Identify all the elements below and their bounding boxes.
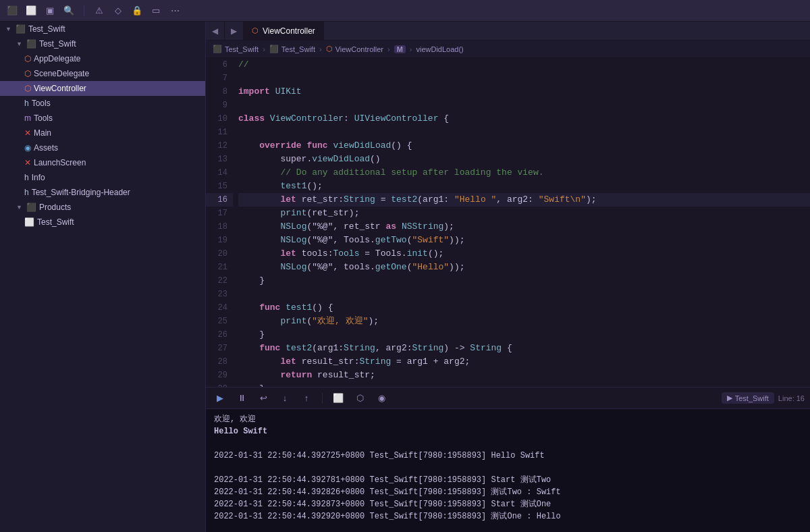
- debug-stepout-btn[interactable]: ↑: [298, 391, 315, 406]
- line-numbers: 6 7 8 9 10 11 12 13 14 15 16 17 18 19 20…: [206, 58, 233, 387]
- sidebar-item-label: Test_Swift-Bridging-Header: [32, 188, 130, 197]
- breadcrumb-project[interactable]: ⬛ Test_Swift: [213, 45, 259, 53]
- breadcrumb-method[interactable]: viewDidLoad(): [416, 45, 463, 53]
- nav-back-btn[interactable]: ◀: [206, 22, 225, 40]
- line-num-11: 11: [206, 126, 233, 139]
- breadcrumb-project-label: Test_Swift: [225, 45, 259, 53]
- bookmark-icon[interactable]: ◇: [111, 4, 125, 18]
- sidebar-item-appdelegate[interactable]: ⬡ AppDelegate: [0, 51, 205, 66]
- code-line-10: class ViewController: UIViewController {: [238, 112, 810, 126]
- debug-output[interactable]: 欢迎, 欢迎 Hello Swift 2022-01-31 22:50:44.3…: [206, 409, 810, 532]
- breadcrumb: ⬛ Test_Swift › ⬛ Test_Swift › ⬡ ViewCont…: [206, 41, 810, 58]
- warning-icon[interactable]: ⚠: [92, 4, 106, 18]
- sidebar-item-bridging[interactable]: h Test_Swift-Bridging-Header: [0, 185, 205, 200]
- sidebar: ▼ ⬛ Test_Swift ▼ ⬛ Test_Swift ⬡ AppDeleg…: [0, 22, 206, 532]
- folder-icon: ⬛: [16, 24, 26, 34]
- code-line-23: [238, 288, 810, 301]
- debug-line-info: Line: 16: [778, 394, 805, 402]
- sidebar-item-assets[interactable]: ◉ Assets: [0, 140, 205, 155]
- sidebar-item-info[interactable]: h Info: [0, 170, 205, 185]
- line-num-7: 7: [206, 72, 233, 85]
- assets-icon: ◉: [24, 143, 31, 153]
- stop-btn[interactable]: ⬜: [24, 4, 38, 18]
- swift-icon: ⬡: [24, 54, 31, 63]
- chevron-down-icon: ▼: [16, 41, 22, 47]
- code-line-26: }: [238, 328, 810, 342]
- folder-icon: ⬛: [26, 39, 36, 49]
- code-line-9: [238, 99, 810, 112]
- scheme-btn[interactable]: 🔍: [62, 4, 76, 18]
- code-content[interactable]: // import UIKit class ViewController: UI…: [233, 58, 810, 387]
- line-num-6: 6: [206, 58, 233, 72]
- debug-target-badge: ▶ Test_Swift: [722, 392, 774, 404]
- rect-icon[interactable]: ▭: [149, 4, 163, 18]
- swift-icon: ⬡: [24, 84, 31, 93]
- h-icon: h: [24, 99, 29, 108]
- code-line-29: return result_str;: [238, 369, 810, 382]
- line-num-9: 9: [206, 99, 233, 112]
- nav-forward-btn[interactable]: ▶: [225, 22, 244, 40]
- code-editor[interactable]: 6 7 8 9 10 11 12 13 14 15 16 17 18 19 20…: [206, 58, 810, 387]
- line-num-12: 12: [206, 139, 233, 153]
- tab-viewcontroller[interactable]: ⬡ ViewController: [244, 22, 324, 40]
- sidebar-item-launchscreen[interactable]: ✕ LaunchScreen: [0, 155, 205, 170]
- debug-output-line-8: 2022-01-31 22:50:44.392873+0800 Test_Swi…: [214, 498, 802, 510]
- debug-pause-btn[interactable]: ⏸: [233, 391, 250, 406]
- m-icon: m: [24, 113, 31, 123]
- h-icon: h: [24, 188, 29, 197]
- debug-stepinto-btn[interactable]: ↓: [276, 391, 294, 406]
- debug-output-line-7: 2022-01-31 22:50:44.392826+0800 Test_Swi…: [214, 486, 802, 498]
- line-num-15: 15: [206, 180, 233, 193]
- sidebar-item-label: SceneDelegate: [34, 69, 89, 78]
- debug-output-line-6: 2022-01-31 22:50:44.392781+0800 Test_Swi…: [214, 474, 802, 486]
- sidebar-item-label: Products: [39, 203, 71, 212]
- sidebar-item-viewcontroller[interactable]: ⬡ ViewController: [0, 81, 205, 96]
- sidebar-item-test-swift-app[interactable]: ⬜ Test_Swift: [0, 215, 205, 230]
- code-line-30: }: [238, 382, 810, 387]
- debug-output-line-2: Hello Swift: [214, 425, 802, 437]
- line-num-26: 26: [206, 328, 233, 342]
- folder-icon: ⬛: [26, 203, 36, 212]
- lock-icon[interactable]: 🔒: [130, 4, 144, 18]
- code-line-13: super.viewDidLoad(): [238, 153, 810, 166]
- sidebar-item-tools-h[interactable]: h Tools: [0, 96, 205, 111]
- sidebar-item-label: Test_Swift: [39, 39, 76, 49]
- breadcrumb-method-type[interactable]: M: [394, 45, 406, 53]
- code-line-11: [238, 126, 810, 139]
- sidebar-item-label: Test_Swift: [28, 24, 65, 34]
- chevron-down-icon: ▼: [5, 26, 11, 32]
- line-num-8: 8: [206, 85, 233, 99]
- sidebar-item-products-group[interactable]: ▼ ⬛ Products: [0, 200, 205, 215]
- sidebar-item-label: Tools: [32, 99, 51, 108]
- breadcrumb-file-icon: ⬡: [326, 45, 333, 53]
- swift-tab-icon: ⬡: [252, 26, 259, 35]
- sidebar-item-label: LaunchScreen: [34, 158, 86, 167]
- sidebar-item-main[interactable]: ✕ Main: [0, 126, 205, 140]
- sidebar-item-tools-m[interactable]: m Tools: [0, 111, 205, 126]
- code-line-17: print(ret_str);: [238, 207, 810, 220]
- run-btn[interactable]: ▣: [43, 4, 57, 18]
- more-icon[interactable]: ⋯: [168, 4, 182, 18]
- debug-output-line-1: 欢迎, 欢迎: [214, 413, 802, 425]
- code-line-20: let tools:Tools = Tools.init();: [238, 247, 810, 261]
- debug-view-btn[interactable]: ◉: [373, 391, 390, 406]
- sidebar-item-group[interactable]: ▼ ⬛ Test_Swift: [0, 36, 205, 51]
- debug-stepover-btn[interactable]: ↩: [254, 391, 272, 406]
- xcode-icon[interactable]: ⬛: [5, 4, 19, 18]
- breadcrumb-group[interactable]: ⬛ Test_Swift: [269, 45, 315, 53]
- debug-memory-btn[interactable]: ⬡: [351, 391, 369, 406]
- debug-frames-btn[interactable]: ⬜: [329, 391, 347, 406]
- debug-console-btn[interactable]: ▶: [211, 391, 229, 406]
- line-num-25: 25: [206, 315, 233, 328]
- line-num-17: 17: [206, 207, 233, 220]
- sidebar-item-scenedelegate[interactable]: ⬡ SceneDelegate: [0, 66, 205, 81]
- debug-info: ▶ Test_Swift Line: 16: [722, 392, 805, 404]
- target-icon: ▶: [727, 394, 732, 402]
- main-area: ▼ ⬛ Test_Swift ▼ ⬛ Test_Swift ⬡ AppDeleg…: [0, 22, 810, 532]
- debug-toolbar: ▶ ⏸ ↩ ↓ ↑ ⬜ ⬡ ◉ ▶ Test_Swift Line: 16: [206, 388, 810, 409]
- debug-output-line-5: [214, 462, 802, 474]
- breadcrumb-file[interactable]: ⬡ ViewController: [326, 45, 383, 53]
- line-num-24: 24: [206, 301, 233, 315]
- sidebar-item-project-root[interactable]: ▼ ⬛ Test_Swift: [0, 22, 205, 36]
- line-num-27: 27: [206, 342, 233, 355]
